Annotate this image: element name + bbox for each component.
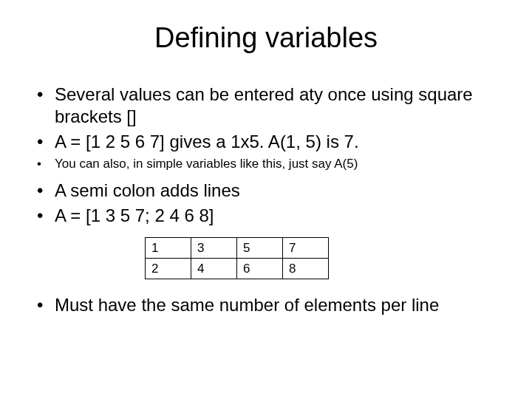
table-row: 2 4 6 8 (146, 259, 329, 279)
table-cell: 8 (283, 259, 329, 279)
bullet-list: Several values can be entered aty once u… (34, 83, 498, 227)
bullet-item: A = [1 3 5 7; 2 4 6 8] (34, 205, 498, 227)
table-cell: 6 (237, 259, 283, 279)
bullet-item-small: You can also, in simple variables like t… (34, 156, 498, 172)
table-cell: 1 (146, 238, 191, 259)
table-cell: 7 (283, 238, 329, 259)
matrix-table: 1 3 5 7 2 4 6 8 (145, 237, 329, 279)
bullet-item: A = [1 2 5 6 7] gives a 1x5. A(1, 5) is … (34, 131, 498, 153)
matrix-table-wrap: 1 3 5 7 2 4 6 8 (145, 237, 498, 279)
table-cell: 3 (191, 238, 237, 259)
table-row: 1 3 5 7 (146, 238, 329, 259)
bullet-list: Must have the same number of elements pe… (34, 294, 498, 316)
table-cell: 5 (237, 238, 283, 259)
slide-body: Several values can be entered aty once u… (30, 83, 502, 316)
bullet-item: Must have the same number of elements pe… (34, 294, 498, 316)
slide-title: Defining variables (30, 22, 502, 54)
bullet-item: Several values can be entered aty once u… (34, 83, 498, 128)
table-cell: 2 (146, 259, 191, 279)
table-cell: 4 (191, 259, 237, 279)
bullet-item: A semi colon adds lines (34, 180, 498, 202)
